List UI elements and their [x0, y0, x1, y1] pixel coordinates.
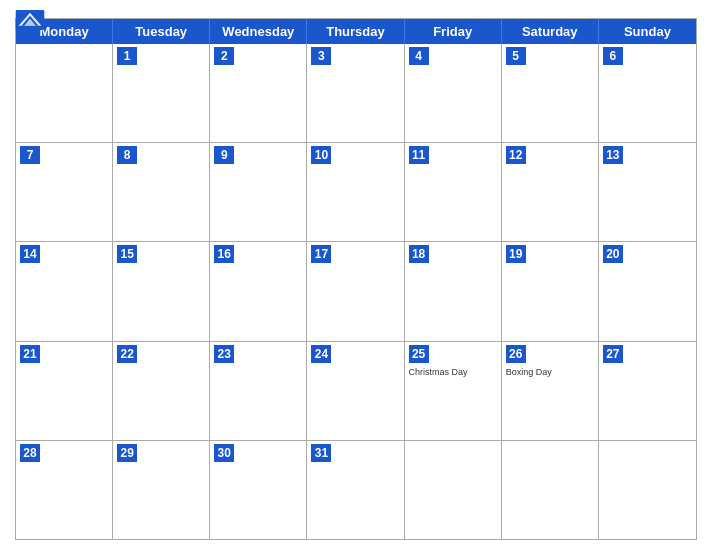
day-cell: 2 — [210, 44, 307, 142]
day-cell: 16 — [210, 242, 307, 340]
day-number: 25 — [409, 345, 429, 363]
day-cell: 3 — [307, 44, 404, 142]
day-cell: 23 — [210, 342, 307, 440]
day-header-saturday: Saturday — [502, 19, 599, 44]
day-cell: 11 — [405, 143, 502, 241]
day-number: 6 — [603, 47, 623, 65]
day-number: 27 — [603, 345, 623, 363]
day-cell: 15 — [113, 242, 210, 340]
week-row-5: 28293031 — [16, 440, 696, 539]
day-cell: 12 — [502, 143, 599, 241]
day-cell — [502, 441, 599, 539]
day-cell — [16, 44, 113, 142]
day-number: 15 — [117, 245, 137, 263]
day-cell: 28 — [16, 441, 113, 539]
day-number: 5 — [506, 47, 526, 65]
day-number: 14 — [20, 245, 40, 263]
day-number: 21 — [20, 345, 40, 363]
day-header-sunday: Sunday — [599, 19, 696, 44]
day-header-friday: Friday — [405, 19, 502, 44]
day-number: 28 — [20, 444, 40, 462]
day-cell: 9 — [210, 143, 307, 241]
day-header-wednesday: Wednesday — [210, 19, 307, 44]
day-cell: 24 — [307, 342, 404, 440]
day-number: 13 — [603, 146, 623, 164]
day-number: 12 — [506, 146, 526, 164]
day-cell: 8 — [113, 143, 210, 241]
calendar-page: MondayTuesdayWednesdayThursdayFridaySatu… — [0, 0, 712, 550]
day-number: 20 — [603, 245, 623, 263]
day-headers: MondayTuesdayWednesdayThursdayFridaySatu… — [16, 19, 696, 44]
week-row-2: 78910111213 — [16, 142, 696, 241]
day-cell: 7 — [16, 143, 113, 241]
day-header-tuesday: Tuesday — [113, 19, 210, 44]
day-cell: 27 — [599, 342, 696, 440]
day-number: 18 — [409, 245, 429, 263]
day-number: 4 — [409, 47, 429, 65]
day-cell: 22 — [113, 342, 210, 440]
day-number: 1 — [117, 47, 137, 65]
day-header-thursday: Thursday — [307, 19, 404, 44]
week-row-4: 2122232425Christmas Day26Boxing Day27 — [16, 341, 696, 440]
day-cell: 6 — [599, 44, 696, 142]
day-cell: 1 — [113, 44, 210, 142]
week-row-1: 123456 — [16, 44, 696, 142]
day-number: 9 — [214, 146, 234, 164]
calendar: MondayTuesdayWednesdayThursdayFridaySatu… — [15, 18, 697, 540]
week-row-3: 14151617181920 — [16, 241, 696, 340]
day-number: 19 — [506, 245, 526, 263]
day-cell: 21 — [16, 342, 113, 440]
day-cell: 30 — [210, 441, 307, 539]
day-cell: 29 — [113, 441, 210, 539]
day-number: 11 — [409, 146, 429, 164]
logo — [15, 10, 45, 31]
day-number: 7 — [20, 146, 40, 164]
holiday-label: Christmas Day — [409, 367, 497, 377]
day-cell: 4 — [405, 44, 502, 142]
day-number: 3 — [311, 47, 331, 65]
day-cell: 5 — [502, 44, 599, 142]
day-number: 16 — [214, 245, 234, 263]
day-cell: 26Boxing Day — [502, 342, 599, 440]
day-number: 17 — [311, 245, 331, 263]
day-cell: 13 — [599, 143, 696, 241]
day-number: 26 — [506, 345, 526, 363]
day-number: 10 — [311, 146, 331, 164]
day-cell: 17 — [307, 242, 404, 340]
day-number: 8 — [117, 146, 137, 164]
day-number: 29 — [117, 444, 137, 462]
holiday-label: Boxing Day — [506, 367, 594, 377]
weeks: 1234567891011121314151617181920212223242… — [16, 44, 696, 539]
day-cell: 14 — [16, 242, 113, 340]
day-cell: 31 — [307, 441, 404, 539]
day-number: 30 — [214, 444, 234, 462]
logo-icon — [15, 10, 45, 30]
day-cell: 10 — [307, 143, 404, 241]
day-cell: 18 — [405, 242, 502, 340]
day-number: 31 — [311, 444, 331, 462]
day-number: 23 — [214, 345, 234, 363]
day-cell — [405, 441, 502, 539]
day-cell — [599, 441, 696, 539]
day-cell: 19 — [502, 242, 599, 340]
day-number: 2 — [214, 47, 234, 65]
day-cell: 25Christmas Day — [405, 342, 502, 440]
day-cell: 20 — [599, 242, 696, 340]
day-number: 22 — [117, 345, 137, 363]
day-number: 24 — [311, 345, 331, 363]
